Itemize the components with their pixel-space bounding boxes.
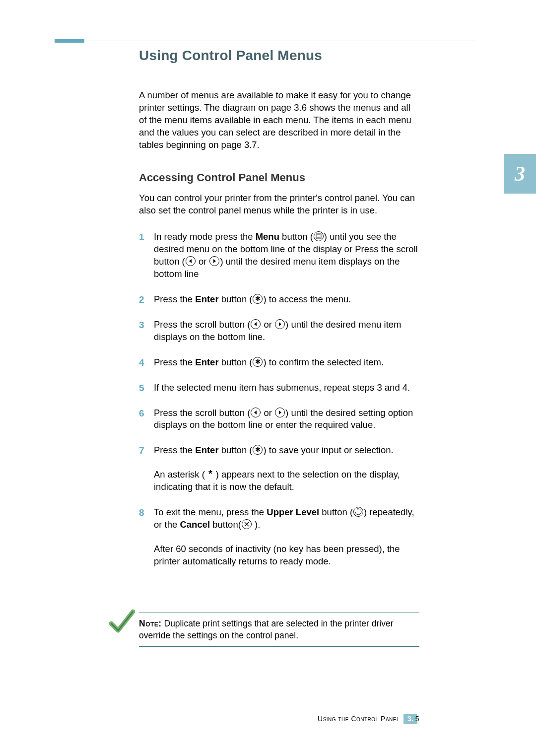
svg-text:✱: ✱ [255,446,261,453]
step-number: 4 [139,356,144,369]
step-text: An asterisk (*) appears next to the sele… [154,469,419,493]
step-item: 1In ready mode press the Menu button () … [139,231,419,280]
step-item: 8To exit the menu, press the Upper Level… [139,506,419,568]
step-text: Press the Enter button (✱) to confirm th… [154,356,419,369]
upper-level-icon [353,506,364,517]
svg-text:*: * [208,469,212,479]
svg-rect-2 [316,234,321,239]
right-arrow-icon [274,319,285,330]
left-arrow-icon [185,256,196,267]
note-label: Note: [139,619,162,628]
right-arrow-icon [209,256,220,267]
enter-icon: ✱ [252,293,263,304]
step-number: 6 [139,407,144,420]
cancel-icon [241,519,252,530]
footer-page-number: 5 [415,715,419,723]
step-number: 7 [139,444,144,457]
right-arrow-icon [274,407,285,418]
section-heading: Accessing Control Panel Menus [139,171,419,184]
top-accent-bar [55,39,84,43]
step-text: After 60 seconds of inactivity (no key h… [154,543,419,568]
step-item: 5If the selected menu item has submenus,… [139,382,419,394]
step-number: 3 [139,319,144,332]
svg-point-1 [314,231,323,241]
enter-icon: ✱ [252,356,263,367]
checkmark-icon [108,609,135,637]
note-rule-bottom [139,646,419,647]
svg-text:✱: ✱ [255,358,261,365]
step-text: To exit the menu, press the Upper Level … [154,506,419,531]
step-item: 2Press the Enter button (✱) to access th… [139,293,419,306]
step-item: 7Press the Enter button (✱) to save your… [139,444,419,493]
step-item: 3Press the scroll button ( or ) until th… [139,319,419,344]
enter-icon: ✱ [252,444,263,455]
bold-term: Enter [195,357,218,367]
svg-text:✱: ✱ [255,295,261,302]
step-number: 2 [139,293,144,306]
page-title: Using Control Panel Menus [139,48,419,64]
svg-point-19 [354,507,363,517]
bold-term: Upper Level [267,507,319,517]
bold-term: Enter [195,445,218,455]
footer-text: Using the Control Panel [318,715,400,723]
step-item: 6Press the scroll button ( or ) until th… [139,407,419,432]
intro-paragraph: A number of menus are available to make … [139,89,419,151]
note-body: Duplicate print settings that are select… [139,619,394,640]
step-number: 5 [139,382,144,395]
step-text: In ready mode press the Menu button () u… [154,231,419,280]
menu-icon [313,231,324,242]
note-rule-top [139,613,419,613]
left-arrow-icon [250,319,261,330]
page-footer: Using the Control Panel 3.5 [318,714,419,724]
bold-term: Enter [195,294,218,304]
step-item: 4Press the Enter button (✱) to confirm t… [139,356,419,369]
step-text: Press the Enter button (✱) to save your … [154,444,419,457]
section-lead: You can control your printer from the pr… [139,192,419,217]
note-text: Note: Duplicate print settings that are … [139,618,419,641]
bold-term: Menu [256,231,279,242]
chapter-tab-number: 3 [515,162,525,186]
steps-list: 1In ready mode press the Menu button () … [139,231,419,568]
top-rule [55,41,476,41]
step-number: 1 [139,231,144,244]
step-text: Press the Enter button (✱) to access the… [154,293,419,306]
step-text: Press the scroll button ( or ) until the… [154,407,419,432]
bold-term: Cancel [180,519,210,530]
step-text: If the selected menu item has submenus, … [154,382,419,394]
asterisk-icon: * [205,469,216,480]
left-arrow-icon [250,407,261,418]
step-text: Press the scroll button ( or ) until the… [154,319,419,344]
note-block: Note: Duplicate print settings that are … [139,613,419,647]
step-number: 8 [139,506,144,519]
chapter-tab: 3 [504,154,536,194]
